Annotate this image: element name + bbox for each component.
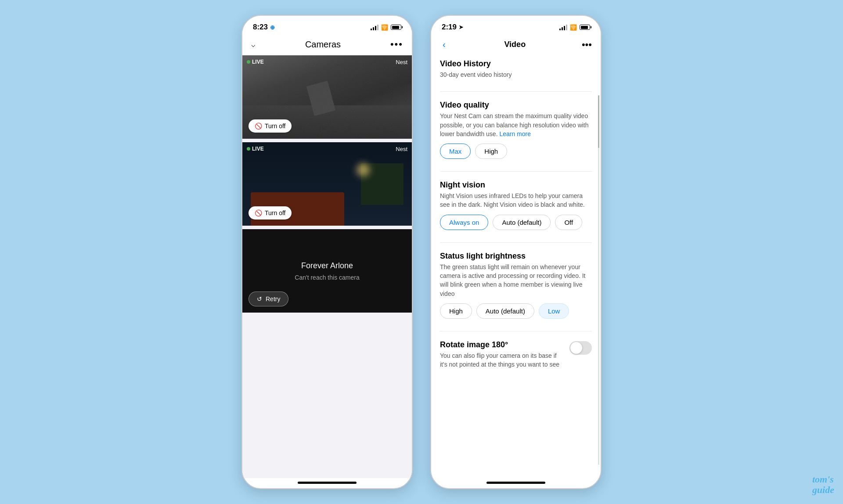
video-quality-desc: Your Nest Cam can stream the maximum qua… <box>440 112 592 138</box>
video-title: Video <box>504 40 526 49</box>
status-time-left: 8:23 ⊕ <box>253 23 275 32</box>
video-content[interactable]: Video History 30-day event video history… <box>431 56 601 478</box>
scrollbar-track <box>598 95 599 465</box>
camera-card-indoor[interactable]: LIVE Nest 🚫 Turn off <box>242 142 412 226</box>
right-phone: 2:19 ➤ 🛜 ‹ Video ••• <box>430 15 602 489</box>
live-badge-indoor: LIVE <box>247 146 264 152</box>
wifi-icon: 🛜 <box>381 24 388 31</box>
camera-feed-container[interactable]: LIVE Nest 🚫 Turn off <box>242 55 412 478</box>
nest-brand-label-1: Nest <box>396 59 407 65</box>
video-header: ‹ Video ••• <box>431 35 601 56</box>
home-indicator <box>298 482 357 484</box>
status-light-section: Status light brightness The green status… <box>440 252 592 319</box>
video-history-desc: 30-day event video history <box>440 70 592 79</box>
status-icons-left: 🛜 <box>371 24 401 31</box>
night-vision-options: Always on Auto (default) Off <box>440 215 592 230</box>
video-quality-options: Max High <box>440 144 592 159</box>
camera-card-outdoor[interactable]: LIVE Nest 🚫 Turn off <box>242 55 412 139</box>
time-label-right: 2:19 <box>442 23 457 32</box>
scrollbar-thumb[interactable] <box>598 95 599 148</box>
cameras-header: ⌵ Cameras ••• <box>242 35 412 55</box>
status-light-options: High Auto (default) Low <box>440 303 592 319</box>
status-bar-left: 8:23 ⊕ 🛜 <box>242 16 412 35</box>
signal-icon-right <box>559 24 567 30</box>
divider-4 <box>440 331 592 331</box>
video-quality-title: Video quality <box>440 101 592 110</box>
divider-3 <box>440 242 592 243</box>
status-icons-right: 🛜 <box>559 24 590 31</box>
status-light-high-button[interactable]: High <box>440 303 472 319</box>
nest-brand-label-2: Nest <box>396 146 407 152</box>
status-bar-right: 2:19 ➤ 🛜 <box>431 16 601 35</box>
night-vision-auto-button[interactable]: Auto (default) <box>493 215 551 230</box>
night-vision-desc: Night Vision uses infrared LEDs to help … <box>440 191 592 209</box>
camera-card-offline[interactable]: Forever Arlone Can't reach this camera ↺… <box>242 229 412 313</box>
back-button[interactable]: ‹ <box>440 39 448 50</box>
status-time-right: 2:19 ➤ <box>442 23 463 32</box>
more-menu-button-video[interactable]: ••• <box>582 39 592 50</box>
turn-off-label-2: Turn off <box>265 209 285 216</box>
retry-icon: ↺ <box>257 295 262 302</box>
turn-off-label-1: Turn off <box>265 122 285 130</box>
rotate-image-section: Rotate image 180° You can also flip your… <box>440 340 592 374</box>
status-light-desc: The green status light will remain on wh… <box>440 263 592 298</box>
more-menu-button[interactable]: ••• <box>390 39 403 50</box>
toggle-knob <box>570 342 582 354</box>
video-quality-high-button[interactable]: High <box>475 144 507 159</box>
video-quality-section: Video quality Your Nest Cam can stream t… <box>440 101 592 159</box>
battery-icon-right <box>580 25 590 30</box>
wifi-icon-right: 🛜 <box>570 24 577 31</box>
night-vision-title: Night vision <box>440 180 592 190</box>
rotate-row: Rotate image 180° You can also flip your… <box>440 340 592 374</box>
camera-off-icon-2: 🚫 <box>255 209 262 216</box>
divider-2 <box>440 171 592 172</box>
location-arrow-icon: ➤ <box>459 24 463 30</box>
rotate-image-title: Rotate image 180° <box>440 340 564 349</box>
retry-button[interactable]: ↺ Retry <box>249 292 288 306</box>
cameras-title: Cameras <box>305 40 341 50</box>
location-icon: ⊕ <box>270 24 275 31</box>
retry-label: Retry <box>266 295 280 302</box>
divider-1 <box>440 91 592 92</box>
home-indicator-right <box>486 482 545 484</box>
battery-icon <box>391 25 401 30</box>
video-history-section: Video History 30-day event video history <box>440 59 592 79</box>
camera-feed-offline: Forever Arlone Can't reach this camera ↺… <box>242 229 412 313</box>
night-vision-always-on-button[interactable]: Always on <box>440 215 488 230</box>
chevron-down-icon[interactable]: ⌵ <box>251 40 256 49</box>
time-label: 8:23 <box>253 23 268 32</box>
status-light-auto-button[interactable]: Auto (default) <box>476 303 534 319</box>
live-badge-outdoor: LIVE <box>247 59 264 65</box>
turn-off-button-outdoor[interactable]: 🚫 Turn off <box>249 119 292 133</box>
video-quality-max-button[interactable]: Max <box>440 144 471 159</box>
offline-camera-subtitle: Can't reach this camera <box>295 274 359 281</box>
night-vision-off-button[interactable]: Off <box>555 215 582 230</box>
status-light-title: Status light brightness <box>440 252 592 261</box>
rotate-toggle[interactable] <box>569 341 592 355</box>
camera-feed-outdoor: LIVE Nest 🚫 Turn off <box>242 55 412 139</box>
offline-camera-title: Forever Arlone <box>301 261 353 270</box>
camera-feed-indoor: LIVE Nest 🚫 Turn off <box>242 142 412 226</box>
learn-more-link[interactable]: Learn more <box>499 130 531 137</box>
signal-icon <box>371 24 378 30</box>
night-vision-section: Night vision Night Vision uses infrared … <box>440 180 592 230</box>
status-light-low-button[interactable]: Low <box>539 303 569 319</box>
rotate-image-desc: You can also flip your camera on its bas… <box>440 351 564 369</box>
left-phone: 8:23 ⊕ 🛜 ⌵ Cameras ••• <box>241 15 413 489</box>
rotate-text: Rotate image 180° You can also flip your… <box>440 340 564 374</box>
turn-off-button-indoor[interactable]: 🚫 Turn off <box>249 206 292 220</box>
video-history-title: Video History <box>440 59 592 68</box>
camera-off-icon: 🚫 <box>255 122 262 130</box>
